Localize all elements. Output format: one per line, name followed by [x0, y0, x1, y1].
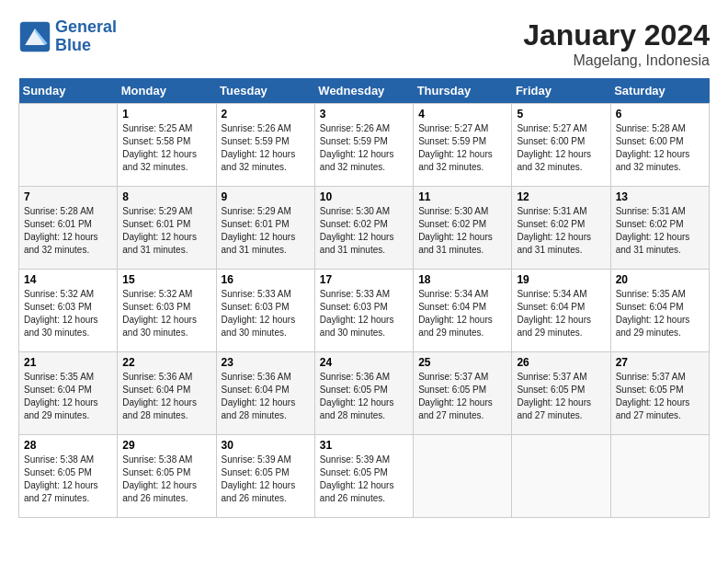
day-number: 16: [222, 273, 310, 286]
weekday-header-friday: Friday: [512, 78, 610, 104]
calendar-cell: 29Sunrise: 5:38 AM Sunset: 6:05 PM Dayli…: [118, 435, 216, 518]
calendar-cell: 23Sunrise: 5:36 AM Sunset: 6:04 PM Dayli…: [216, 352, 314, 435]
calendar-cell: 28Sunrise: 5:38 AM Sunset: 6:05 PM Dayli…: [19, 435, 118, 518]
calendar-cell: 24Sunrise: 5:36 AM Sunset: 6:05 PM Dayli…: [314, 352, 413, 435]
day-info: Sunrise: 5:38 AM Sunset: 6:05 PM Dayligh…: [24, 454, 112, 505]
day-number: 12: [517, 190, 605, 203]
calendar-cell: 2Sunrise: 5:26 AM Sunset: 5:59 PM Daylig…: [216, 104, 314, 187]
day-info: Sunrise: 5:26 AM Sunset: 5:59 PM Dayligh…: [222, 122, 310, 174]
day-info: Sunrise: 5:39 AM Sunset: 6:05 PM Dayligh…: [320, 454, 408, 505]
day-info: Sunrise: 5:32 AM Sunset: 6:03 PM Dayligh…: [24, 288, 112, 339]
calendar-cell: 20Sunrise: 5:35 AM Sunset: 6:04 PM Dayli…: [610, 270, 709, 352]
calendar-cell: 13Sunrise: 5:31 AM Sunset: 6:02 PM Dayli…: [610, 187, 709, 270]
day-number: 31: [320, 439, 408, 452]
calendar-table: SundayMondayTuesdayWednesdayThursdayFrid…: [18, 78, 710, 518]
calendar-cell: 31Sunrise: 5:39 AM Sunset: 6:05 PM Dayli…: [314, 435, 413, 518]
day-info: Sunrise: 5:35 AM Sunset: 6:04 PM Dayligh…: [616, 288, 704, 339]
day-info: Sunrise: 5:33 AM Sunset: 6:03 PM Dayligh…: [320, 288, 408, 339]
logo-line2: Blue: [55, 36, 91, 54]
week-row-3: 14Sunrise: 5:32 AM Sunset: 6:03 PM Dayli…: [19, 270, 710, 352]
day-info: Sunrise: 5:31 AM Sunset: 6:02 PM Dayligh…: [517, 205, 605, 257]
weekday-header-sunday: Sunday: [19, 78, 118, 104]
day-info: Sunrise: 5:31 AM Sunset: 6:02 PM Dayligh…: [616, 205, 704, 257]
weekday-header-tuesday: Tuesday: [216, 78, 314, 104]
day-number: 17: [320, 273, 408, 286]
day-info: Sunrise: 5:33 AM Sunset: 6:03 PM Dayligh…: [222, 288, 310, 339]
day-info: Sunrise: 5:37 AM Sunset: 6:05 PM Dayligh…: [418, 371, 506, 422]
location: Magelang, Indonesia: [523, 52, 710, 69]
day-number: 27: [616, 356, 704, 369]
weekday-header-wednesday: Wednesday: [314, 78, 413, 104]
day-number: 6: [616, 108, 704, 121]
calendar-cell: [512, 435, 610, 518]
weekday-header-row: SundayMondayTuesdayWednesdayThursdayFrid…: [19, 78, 710, 104]
calendar-cell: 16Sunrise: 5:33 AM Sunset: 6:03 PM Dayli…: [216, 270, 314, 352]
calendar-cell: 10Sunrise: 5:30 AM Sunset: 6:02 PM Dayli…: [314, 187, 413, 270]
day-number: 20: [616, 273, 704, 286]
weekday-header-thursday: Thursday: [414, 78, 512, 104]
day-info: Sunrise: 5:37 AM Sunset: 6:05 PM Dayligh…: [517, 371, 605, 422]
day-number: 29: [122, 439, 210, 452]
week-row-2: 7Sunrise: 5:28 AM Sunset: 6:01 PM Daylig…: [19, 187, 710, 270]
day-number: 8: [122, 190, 210, 203]
calendar-cell: 7Sunrise: 5:28 AM Sunset: 6:01 PM Daylig…: [19, 187, 118, 270]
month-year: January 2024: [523, 18, 710, 52]
calendar-cell: 5Sunrise: 5:27 AM Sunset: 6:00 PM Daylig…: [512, 104, 610, 187]
week-row-5: 28Sunrise: 5:38 AM Sunset: 6:05 PM Dayli…: [19, 435, 710, 518]
day-number: 21: [24, 356, 112, 369]
day-number: 10: [320, 190, 408, 203]
day-number: 19: [517, 273, 605, 286]
day-info: Sunrise: 5:30 AM Sunset: 6:02 PM Dayligh…: [418, 205, 506, 257]
day-number: 4: [418, 108, 506, 121]
calendar-cell: 27Sunrise: 5:37 AM Sunset: 6:05 PM Dayli…: [610, 352, 709, 435]
day-info: Sunrise: 5:29 AM Sunset: 6:01 PM Dayligh…: [122, 205, 210, 257]
day-number: 9: [222, 190, 310, 203]
day-info: Sunrise: 5:27 AM Sunset: 5:59 PM Dayligh…: [418, 122, 506, 174]
day-number: 30: [222, 439, 310, 452]
title-block: January 2024 Magelang, Indonesia: [523, 18, 710, 69]
day-number: 25: [418, 356, 506, 369]
day-number: 2: [222, 108, 310, 121]
calendar-cell: 6Sunrise: 5:28 AM Sunset: 6:00 PM Daylig…: [610, 104, 709, 187]
day-info: Sunrise: 5:36 AM Sunset: 6:05 PM Dayligh…: [320, 371, 408, 422]
day-number: 24: [320, 356, 408, 369]
logo-text: General Blue: [55, 18, 117, 55]
logo: General Blue: [18, 18, 117, 55]
day-info: Sunrise: 5:36 AM Sunset: 6:04 PM Dayligh…: [222, 371, 310, 422]
day-number: 3: [320, 108, 408, 121]
page-header: General Blue January 2024 Magelang, Indo…: [18, 18, 710, 69]
day-info: Sunrise: 5:35 AM Sunset: 6:04 PM Dayligh…: [24, 371, 112, 422]
calendar-cell: 4Sunrise: 5:27 AM Sunset: 5:59 PM Daylig…: [414, 104, 512, 187]
day-number: 13: [616, 190, 704, 203]
day-info: Sunrise: 5:34 AM Sunset: 6:04 PM Dayligh…: [517, 288, 605, 339]
day-info: Sunrise: 5:30 AM Sunset: 6:02 PM Dayligh…: [320, 205, 408, 257]
day-number: 14: [24, 273, 112, 286]
calendar-cell: 26Sunrise: 5:37 AM Sunset: 6:05 PM Dayli…: [512, 352, 610, 435]
day-info: Sunrise: 5:25 AM Sunset: 5:58 PM Dayligh…: [122, 122, 210, 174]
logo-line1: General: [55, 17, 117, 36]
calendar-cell: 12Sunrise: 5:31 AM Sunset: 6:02 PM Dayli…: [512, 187, 610, 270]
calendar-cell: 1Sunrise: 5:25 AM Sunset: 5:58 PM Daylig…: [118, 104, 216, 187]
weekday-header-saturday: Saturday: [610, 78, 709, 104]
calendar-cell: 3Sunrise: 5:26 AM Sunset: 5:59 PM Daylig…: [314, 104, 413, 187]
day-number: 5: [517, 108, 605, 121]
calendar-cell: 25Sunrise: 5:37 AM Sunset: 6:05 PM Dayli…: [414, 352, 512, 435]
day-info: Sunrise: 5:34 AM Sunset: 6:04 PM Dayligh…: [418, 288, 506, 339]
day-number: 15: [122, 273, 210, 286]
day-number: 23: [222, 356, 310, 369]
day-info: Sunrise: 5:37 AM Sunset: 6:05 PM Dayligh…: [616, 371, 704, 422]
day-info: Sunrise: 5:36 AM Sunset: 6:04 PM Dayligh…: [122, 371, 210, 422]
calendar-cell: [610, 435, 709, 518]
day-number: 28: [24, 439, 112, 452]
calendar-cell: 14Sunrise: 5:32 AM Sunset: 6:03 PM Dayli…: [19, 270, 118, 352]
day-info: Sunrise: 5:28 AM Sunset: 6:01 PM Dayligh…: [24, 205, 112, 257]
calendar-cell: 22Sunrise: 5:36 AM Sunset: 6:04 PM Dayli…: [118, 352, 216, 435]
day-info: Sunrise: 5:28 AM Sunset: 6:00 PM Dayligh…: [616, 122, 704, 174]
day-number: 18: [418, 273, 506, 286]
calendar-cell: 15Sunrise: 5:32 AM Sunset: 6:03 PM Dayli…: [118, 270, 216, 352]
day-info: Sunrise: 5:32 AM Sunset: 6:03 PM Dayligh…: [122, 288, 210, 339]
day-number: 1: [122, 108, 210, 121]
weekday-header-monday: Monday: [118, 78, 216, 104]
calendar-cell: 19Sunrise: 5:34 AM Sunset: 6:04 PM Dayli…: [512, 270, 610, 352]
day-number: 11: [418, 190, 506, 203]
